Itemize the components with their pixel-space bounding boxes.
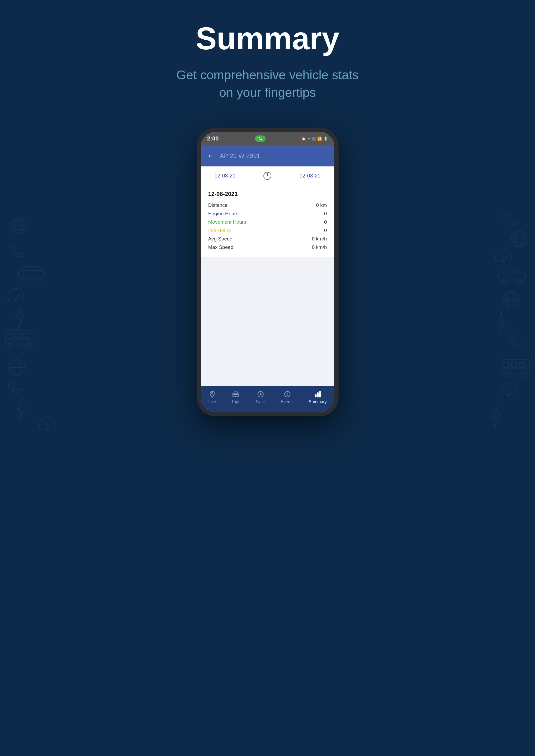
engine-label: Engine Hours xyxy=(208,211,239,217)
max-speed-value: 0 km/h xyxy=(312,244,327,250)
avg-speed-label: Avg Speed xyxy=(208,236,233,242)
nav-trips-label: Trips xyxy=(231,399,240,404)
nav-trips[interactable]: Trips xyxy=(227,389,244,406)
page-subtitle: Get comprehensive vehicle stats on your … xyxy=(0,66,535,101)
trips-icon xyxy=(232,391,239,398)
subtitle-line2: on your fingertips xyxy=(219,86,316,99)
idle-label: Idle Hours xyxy=(208,228,231,233)
summary-row-max-speed: Max Speed 0 km/h xyxy=(208,243,327,252)
nav-live-label: Live xyxy=(208,399,216,404)
svg-rect-61 xyxy=(319,392,321,397)
status-bar: 2:00 ⏰ ✳ ▦ 📶 🔋 xyxy=(201,132,334,146)
phone-wrapper: 2:00 ⏰ ✳ ▦ 📶 🔋 ← AP 29 W 2991 xyxy=(0,127,535,416)
clock-icon xyxy=(263,171,272,180)
svg-rect-59 xyxy=(315,394,316,397)
to-date[interactable]: 12-08-21 xyxy=(299,173,321,179)
date-selector: 12-08-21 12-08-21 xyxy=(201,166,334,185)
distance-label: Distance xyxy=(208,202,228,208)
phone-screen: 2:00 ⏰ ✳ ▦ 📶 🔋 ← AP 29 W 2991 xyxy=(201,132,334,412)
summary-row-movement: Movement Hours 0 xyxy=(208,218,327,226)
header-section: Summary Get comprehensive vehicle stats … xyxy=(0,0,535,117)
nav-events[interactable]: Events xyxy=(277,389,298,406)
back-button[interactable]: ← xyxy=(207,152,214,160)
avg-speed-value: 0 km/h xyxy=(312,236,327,242)
clock-picker[interactable] xyxy=(263,171,272,180)
summary-row-idle: Idle Hours 0 xyxy=(208,226,327,235)
app-header: ← AP 29 W 2991 xyxy=(201,146,334,166)
status-call-indicator xyxy=(255,135,266,142)
distance-value: 0 km xyxy=(316,202,327,208)
summary-card: 12-08-2021 Distance 0 km Engine Hours 0 … xyxy=(201,185,334,257)
nav-summary[interactable]: Summary xyxy=(304,389,331,406)
nav-track-label: Track xyxy=(255,399,266,404)
engine-value: 0 xyxy=(324,211,327,217)
page-title: Summary xyxy=(0,21,535,56)
deco-speed-2 xyxy=(37,415,58,436)
nav-track[interactable]: Track xyxy=(251,389,270,406)
svg-line-20 xyxy=(47,423,51,429)
events-icon xyxy=(284,391,291,398)
call-icon xyxy=(258,137,262,141)
summary-icon xyxy=(314,391,322,398)
max-speed-label: Max Speed xyxy=(208,244,234,250)
summary-row-engine: Engine Hours 0 xyxy=(208,209,327,218)
summary-row-avg-speed: Avg Speed 0 km/h xyxy=(208,235,327,243)
phone-frame: 2:00 ⏰ ✳ ▦ 📶 🔋 ← AP 29 W 2991 xyxy=(197,127,339,416)
status-time: 2:00 xyxy=(207,135,219,142)
vehicle-id: AP 29 W 2991 xyxy=(220,152,260,160)
from-date[interactable]: 12-08-21 xyxy=(214,173,235,179)
summary-row-distance: Distance 0 km xyxy=(208,201,327,209)
summary-date: 12-08-2021 xyxy=(208,191,327,198)
svg-point-55 xyxy=(260,394,261,395)
nav-summary-label: Summary xyxy=(309,399,326,404)
nav-events-label: Events xyxy=(281,399,294,404)
subtitle-line1: Get comprehensive vehicle stats xyxy=(177,68,359,82)
status-icons: ⏰ ✳ ▦ 📶 🔋 xyxy=(301,137,328,141)
movement-value: 0 xyxy=(324,219,327,225)
live-icon xyxy=(209,391,216,398)
track-icon xyxy=(257,391,264,398)
bottom-nav: Live Trips xyxy=(201,386,334,412)
movement-label: Movement Hours xyxy=(208,219,246,225)
svg-rect-48 xyxy=(233,393,239,397)
svg-point-21 xyxy=(46,428,48,430)
idle-value: 0 xyxy=(324,228,327,233)
nav-live[interactable]: Live xyxy=(204,389,220,406)
svg-point-58 xyxy=(287,395,287,396)
svg-point-47 xyxy=(211,393,213,394)
svg-rect-60 xyxy=(317,393,318,397)
content-area xyxy=(201,257,334,386)
